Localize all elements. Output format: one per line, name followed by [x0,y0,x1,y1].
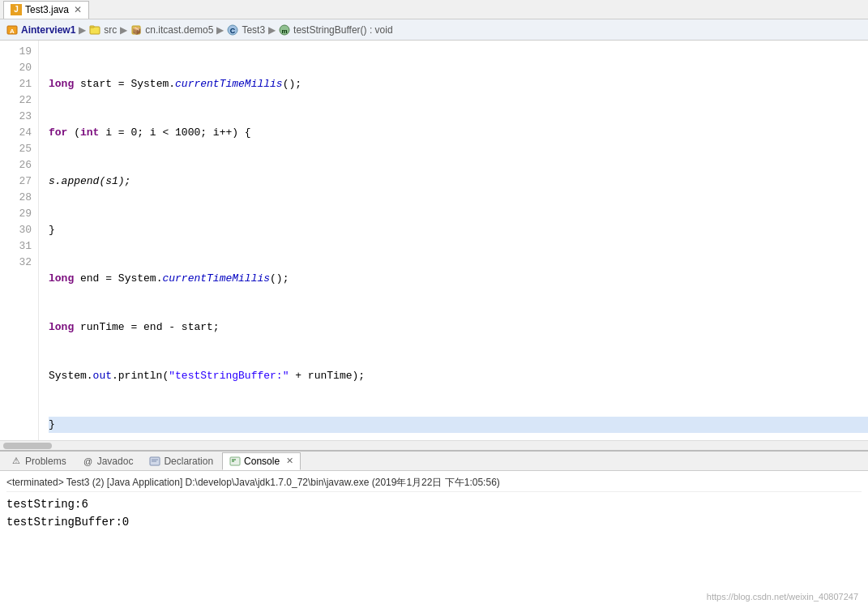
file-tab[interactable]: J Test3.java ✕ [3,1,89,19]
declaration-icon [149,456,160,467]
tab-console-label: Console [244,456,280,467]
svg-rect-13 [230,457,240,465]
console-icon [229,456,241,467]
horizontal-scrollbar[interactable] [0,440,868,450]
method-icon: m [279,24,290,36]
breadcrumb: A Ainterview1 ▶ src ▶ 📦 cn.itcast.demo5 … [0,19,868,41]
tab-console[interactable]: Console ✕ [222,452,301,470]
console-line-2: testStringBuffer:0 [6,513,862,531]
tab-problems-label: Problems [25,456,66,467]
code-line-19: long start = System.currentTimeMillis(); [49,76,868,92]
tab-declaration[interactable]: Declaration [142,452,220,470]
svg-text:📦: 📦 [132,26,142,36]
svg-text:A: A [10,28,15,35]
project-icon: A [6,24,18,36]
console-area: <terminated> Test3 (2) [Java Application… [0,471,868,608]
code-content[interactable]: long start = System.currentTimeMillis();… [39,41,868,440]
svg-text:C: C [230,27,236,35]
src-folder-icon [89,24,100,36]
code-line-26: } [49,417,868,433]
bottom-panel: ⚠ Problems @ Javadoc Declaration Console… [0,450,868,608]
bottom-tab-bar: ⚠ Problems @ Javadoc Declaration Console… [0,452,868,471]
svg-text:m: m [282,28,288,35]
editor-tab-bar: J Test3.java ✕ [0,0,868,19]
package-icon: 📦 [130,24,142,36]
java-file-icon: J [11,4,22,15]
code-container[interactable]: 19 20 21 22 23 24 25 26 27 28 29 30 31 3… [0,41,868,440]
code-line-20: for (int i = 0; i < 1000; i++) { [49,125,868,141]
line-numbers: 19 20 21 22 23 24 25 26 27 28 29 30 31 3… [0,41,39,440]
tab-label: Test3.java [25,4,69,15]
class-icon: C [227,24,238,36]
tab-close-button[interactable]: ✕ [74,4,82,15]
bc-package[interactable]: cn.itcast.demo5 [145,24,213,36]
code-line-22: } [49,222,868,238]
problems-icon: ⚠ [11,456,22,467]
bc-method[interactable]: testStringBuffer() : void [293,24,393,36]
tab-javadoc[interactable]: @ Javadoc [75,452,141,470]
code-editor: 19 20 21 22 23 24 25 26 27 28 29 30 31 3… [0,41,868,450]
tab-declaration-label: Declaration [164,456,213,467]
code-line-21: s.append(s1); [49,173,868,190]
code-line-23: long end = System.currentTimeMillis(); [49,271,868,287]
tab-console-close[interactable]: ✕ [286,456,293,466]
tab-javadoc-label: Javadoc [97,456,134,467]
javadoc-icon: @ [83,456,94,467]
bc-class[interactable]: Test3 [242,24,265,36]
code-line-25: System.out.println("testStringBuffer:" +… [49,368,868,384]
tab-problems[interactable]: ⚠ Problems [3,452,74,470]
bc-project[interactable]: Ainterview1 [21,24,75,36]
svg-rect-3 [90,26,94,28]
watermark: https://blog.csdn.net/weixin_40807247 [707,592,858,602]
code-line-24: long runTime = end - start; [49,319,868,336]
scrollbar-thumb[interactable] [3,443,52,449]
console-header: <terminated> Test3 (2) [Java Application… [6,474,862,492]
console-line-1: testString:6 [6,495,862,513]
bc-src[interactable]: src [104,24,117,36]
console-output: testString:6 testStringBuffer:0 [6,495,862,531]
